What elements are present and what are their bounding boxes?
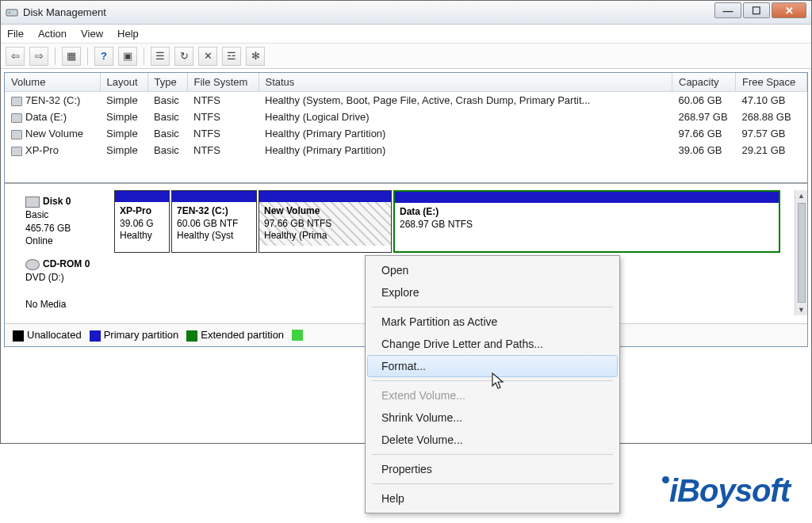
- brand-logo: iBoysoft: [662, 473, 790, 509]
- menu-file[interactable]: File: [7, 28, 24, 40]
- cdrom-drive: DVD (D:): [25, 272, 64, 283]
- ctx-delete[interactable]: Delete Volume...: [367, 429, 618, 451]
- col-freespace[interactable]: Free Space: [736, 73, 807, 92]
- titlebar: Disk Management — ☐ ✕: [1, 1, 811, 25]
- col-status[interactable]: Status: [259, 73, 672, 92]
- col-capacity[interactable]: Capacity: [672, 73, 736, 92]
- disk0-size: 465.76 GB: [25, 223, 71, 234]
- legend-free-swatch: [292, 330, 303, 341]
- help-icon[interactable]: ?: [94, 47, 113, 66]
- ctx-change[interactable]: Change Drive Letter and Paths...: [367, 333, 618, 355]
- back-arrow-icon[interactable]: ⇦: [6, 47, 25, 66]
- table-row[interactable]: XP-ProSimpleBasicNTFSHealthy (Primary Pa…: [5, 142, 807, 158]
- window-title: Disk Management: [23, 6, 106, 18]
- volumes-table: Volume Layout Type File System Status Ca…: [5, 73, 807, 158]
- brand-text: iBoysoft: [669, 473, 790, 508]
- svg-rect-0: [6, 10, 17, 16]
- ctx-explore[interactable]: Explore: [367, 281, 618, 303]
- cursor-icon: [492, 372, 506, 394]
- toolbar-divider: [87, 48, 88, 65]
- legend-extended: Extended partition: [186, 329, 284, 342]
- col-type[interactable]: Type: [147, 73, 187, 92]
- col-filesystem[interactable]: File System: [187, 73, 259, 92]
- part-name: XP-Pro: [120, 205, 164, 218]
- part-size: 268.97 GB NTFS: [400, 219, 774, 231]
- part-health: Healthy: [120, 230, 164, 242]
- close-button[interactable]: ✕: [772, 2, 806, 18]
- ctx-help[interactable]: Help: [367, 487, 618, 510]
- toolbar-divider: [55, 48, 56, 65]
- ctx-sep: [372, 483, 613, 484]
- scroll-up-icon[interactable]: ▲: [798, 192, 805, 200]
- settings-icon[interactable]: ✻: [246, 47, 265, 66]
- list-icon[interactable]: ☰: [151, 47, 170, 66]
- minimize-button[interactable]: —: [714, 2, 741, 18]
- scroll-down-icon[interactable]: ▼: [798, 306, 805, 314]
- cdrom-state: No Media: [25, 299, 66, 310]
- disk-row-0: Disk 0 Basic 465.76 GB Online XP-Pro 39.…: [5, 190, 795, 253]
- part-name: 7EN-32 (C:): [177, 205, 251, 218]
- disk0-partitions: XP-Pro 39.06 G Healthy 7EN-32 (C:) 60.06…: [114, 190, 780, 253]
- ctx-shrink[interactable]: Shrink Volume...: [367, 407, 618, 429]
- partition-7en-32[interactable]: 7EN-32 (C:) 60.06 GB NTF Healthy (Syst: [171, 190, 257, 253]
- play-icon[interactable]: ▣: [118, 47, 137, 66]
- table-row[interactable]: 7EN-32 (C:)SimpleBasicNTFSHealthy (Syste…: [5, 92, 807, 109]
- forward-arrow-icon[interactable]: ⇨: [29, 47, 48, 66]
- disk-icon: [25, 197, 40, 208]
- disk0-label: Disk 0 Basic 465.76 GB Online: [19, 190, 114, 253]
- menubar: File Action View Help: [1, 25, 811, 44]
- maximize-button[interactable]: ☐: [743, 2, 770, 18]
- volume-icon: [11, 130, 22, 139]
- menu-help[interactable]: Help: [117, 28, 139, 40]
- col-volume[interactable]: Volume: [5, 73, 100, 92]
- part-name: New Volume: [264, 205, 386, 218]
- delete-icon[interactable]: ✕: [198, 47, 217, 66]
- table-row[interactable]: New VolumeSimpleBasicNTFSHealthy (Primar…: [5, 125, 807, 142]
- cdrom-name: CD-ROM 0: [43, 258, 90, 269]
- volume-icon: [11, 97, 22, 106]
- disk0-name: Disk 0: [43, 196, 71, 207]
- ctx-mark[interactable]: Mark Partition as Active: [367, 311, 618, 333]
- part-name: Data (E:): [400, 206, 774, 219]
- ctx-open[interactable]: Open: [367, 259, 618, 281]
- legend-unallocated: Unallocated: [13, 329, 82, 342]
- part-health: Healthy (Prima: [264, 230, 386, 242]
- tiles-icon[interactable]: ▦: [62, 47, 81, 66]
- volume-icon: [11, 147, 22, 156]
- disk0-state: Online: [25, 235, 53, 246]
- window-controls: — ☐ ✕: [714, 2, 806, 18]
- table-row[interactable]: Data (E:)SimpleBasicNTFSHealthy (Logical…: [5, 109, 807, 125]
- properties-icon[interactable]: ☲: [222, 47, 241, 66]
- menu-action[interactable]: Action: [38, 28, 67, 40]
- app-icon: [6, 6, 18, 19]
- partition-new-volume[interactable]: New Volume 97.66 GB NTFS Healthy (Prima: [259, 190, 392, 253]
- scrollbar[interactable]: ▲ ▼: [795, 190, 807, 315]
- toolbar-divider: [144, 48, 144, 65]
- col-layout[interactable]: Layout: [100, 73, 147, 92]
- part-health: Healthy (Syst: [177, 230, 251, 242]
- refresh-icon[interactable]: ↻: [174, 47, 193, 66]
- legend-primary: Primary partition: [90, 329, 179, 342]
- scroll-thumb[interactable]: [798, 203, 806, 303]
- svg-point-1: [9, 11, 11, 13]
- cdrom-label: CD-ROM 0 DVD (D:) No Media: [19, 253, 114, 315]
- part-size: 60.06 GB NTF: [177, 218, 251, 231]
- partition-xp-pro[interactable]: XP-Pro 39.06 G Healthy: [114, 190, 170, 253]
- ctx-properties[interactable]: Properties: [367, 458, 618, 480]
- disk0-type: Basic: [25, 209, 48, 220]
- menu-view[interactable]: View: [81, 28, 103, 40]
- part-size: 97.66 GB NTFS: [264, 218, 386, 231]
- toolbar: ⇦ ⇨ ▦ ? ▣ ☰ ↻ ✕ ☲ ✻: [1, 44, 811, 69]
- volume-icon: [11, 113, 22, 123]
- part-size: 39.06 G: [120, 218, 164, 231]
- ctx-sep: [372, 307, 613, 307]
- cdrom-icon: [25, 259, 40, 270]
- ctx-sep: [372, 454, 613, 455]
- partition-data[interactable]: Data (E:) 268.97 GB NTFS: [393, 190, 780, 253]
